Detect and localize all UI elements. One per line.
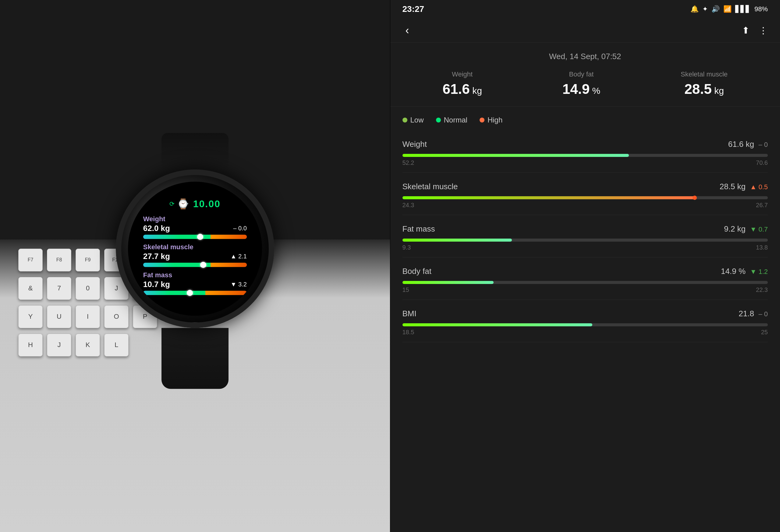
- key-amp: &: [18, 277, 43, 300]
- metric-delta-fat: ▼ 0.7: [750, 226, 768, 233]
- sound-icon: 🔊: [712, 5, 720, 13]
- summary-skeletal-value: 28.5 kg: [684, 81, 724, 97]
- metric-row-weight: Weight 61.6 kg – 0 52.2 70.6: [402, 131, 768, 173]
- watch-screen: ⟳ ⌚ 10.00 Weight 62.0 kg – 0.0: [128, 182, 262, 316]
- watch-metric-weight-title: Weight: [143, 215, 247, 223]
- metric-name-skeletal: Skeletal muscle: [402, 182, 458, 191]
- metric-row-fat: Fat mass 9.2 kg ▼ 0.7 9.3 13.8: [402, 215, 768, 257]
- metric-bar-bodyfat: [402, 281, 768, 284]
- metrics-list: Weight 61.6 kg – 0 52.2 70.6 Skeletal mu…: [390, 131, 780, 532]
- watch-display-time: ⌚ 10.00: [177, 198, 221, 210]
- back-button[interactable]: ‹: [402, 21, 412, 40]
- watch-body: ⟳ ⌚ 10.00 Weight 62.0 kg – 0.0: [116, 170, 274, 328]
- watch-band-top: [161, 133, 229, 170]
- summary-bodyfat-value: 14.9 %: [563, 81, 600, 97]
- key-0: 0: [76, 277, 100, 300]
- metric-bar-weight: [402, 154, 768, 157]
- metric-value-fat: 9.2 kg ▼ 0.7: [724, 224, 768, 234]
- watch-bar-fat: [143, 291, 247, 295]
- nav-actions: ⬆ ⋮: [742, 25, 768, 36]
- signal-icon: ▋▋▋: [735, 5, 751, 13]
- watch-metric-fat: Fat mass 10.7 kg ▼ 3.2: [143, 271, 247, 295]
- key-f9: F9: [76, 249, 100, 272]
- watch-metric-fat-title: Fat mass: [143, 271, 247, 279]
- metric-bar-fat: [402, 239, 768, 242]
- metric-bar-bmi: [402, 323, 768, 326]
- date-header: Wed, 14 Sept, 07:52: [390, 43, 780, 64]
- watch-metric-weight-value: 62.0 kg: [143, 224, 170, 233]
- battery-text: 98%: [754, 5, 768, 13]
- watch: ⟳ ⌚ 10.00 Weight 62.0 kg – 0.0: [116, 133, 274, 389]
- metric-value-bmi: 21.8 – 0: [739, 309, 768, 319]
- metric-row-bodyfat: Body fat 14.9 % ▼ 1.2 15 22.3: [402, 257, 768, 300]
- status-bar: 23:27 🔔 ✦ 🔊 📶 ▋▋▋ 98%: [390, 0, 780, 18]
- metric-name-bmi: BMI: [402, 309, 417, 319]
- watch-band-bottom: [161, 328, 229, 389]
- status-icons: 🔔 ✦ 🔊 📶 ▋▋▋ 98%: [690, 5, 768, 13]
- watch-bar-skeletal: [143, 263, 247, 267]
- right-panel: 23:27 🔔 ✦ 🔊 📶 ▋▋▋ 98% ‹ ⬆ ⋮ Wed, 14 Sept…: [390, 0, 780, 532]
- metric-label-low-skeletal: 24.3: [402, 202, 415, 209]
- legend-normal-label: Normal: [444, 116, 468, 124]
- metric-label-low-fat: 9.3: [402, 244, 411, 251]
- metric-bar-labels-bodyfat: 15 22.3: [402, 286, 768, 293]
- metric-name-bodyfat: Body fat: [402, 267, 431, 276]
- watch-metric-skeletal-value: 27.7 kg: [143, 252, 170, 261]
- alarm-icon: 🔔: [690, 5, 699, 13]
- metric-label-low-bodyfat: 15: [402, 286, 409, 293]
- share-button[interactable]: ⬆: [742, 25, 749, 36]
- metric-value-bodyfat: 14.9 % ▼ 1.2: [721, 267, 768, 276]
- metric-bar-labels-weight: 52.2 70.6: [402, 159, 768, 166]
- key-f8: F8: [47, 249, 71, 272]
- summary-skeletal: Skeletal muscle 28.5 kg: [681, 70, 728, 97]
- watch-top-bar: ⟳ ⌚ 10.00: [143, 198, 247, 210]
- metric-label-high-skeletal: 26.7: [756, 202, 768, 209]
- metric-row-bmi: BMI 21.8 – 0 18.5 25: [402, 300, 768, 342]
- summary-skeletal-label: Skeletal muscle: [681, 70, 728, 78]
- legend-normal-dot: [436, 117, 441, 123]
- legend-high: High: [480, 116, 502, 124]
- legend-low-dot: [402, 117, 407, 123]
- more-button[interactable]: ⋮: [759, 25, 768, 36]
- watch-metric-skeletal: Skeletal muscle 27.7 kg ▲ 2.1: [143, 243, 247, 267]
- metric-bar-skeletal: [402, 196, 768, 199]
- metric-delta-bodyfat: ▼ 1.2: [750, 268, 768, 276]
- metric-bar-labels-fat: 9.3 13.8: [402, 244, 768, 251]
- metric-label-low-weight: 52.2: [402, 159, 415, 166]
- key-f7: F7: [18, 249, 43, 272]
- legend-low: Low: [402, 116, 424, 124]
- metric-label-high-weight: 70.6: [756, 159, 768, 166]
- key-j2: J: [47, 334, 71, 356]
- nav-bar: ‹ ⬆ ⋮: [390, 18, 780, 43]
- bluetooth-icon: ✦: [702, 5, 708, 13]
- metric-delta-bmi: – 0: [759, 310, 768, 318]
- metric-delta-weight: – 0: [759, 141, 768, 148]
- legend-high-dot: [480, 117, 484, 123]
- metric-label-high-fat: 13.8: [756, 244, 768, 251]
- metric-delta-skeletal: ▲ 0.5: [750, 183, 768, 191]
- summary-weight-value: 61.6 kg: [442, 81, 482, 97]
- key-i: I: [76, 305, 100, 328]
- watch-metric-skeletal-delta: ▲ 2.1: [231, 253, 247, 260]
- metric-label-low-bmi: 18.5: [402, 329, 415, 336]
- watch-metric-weight: Weight 62.0 kg – 0.0: [143, 215, 247, 239]
- metric-value-skeletal: 28.5 kg ▲ 0.5: [720, 182, 768, 191]
- key-h: H: [18, 334, 43, 356]
- watch-sync-icon: ⟳: [169, 200, 175, 207]
- watch-metric-fat-value: 10.7 kg: [143, 280, 170, 289]
- watch-bar-weight: [143, 235, 247, 239]
- metric-name-fat: Fat mass: [402, 224, 435, 234]
- watch-metric-skeletal-title: Skeletal muscle: [143, 243, 247, 251]
- summary-bodyfat: Body fat 14.9 %: [563, 70, 600, 97]
- summary-bodyfat-label: Body fat: [569, 70, 594, 78]
- key-7: 7: [47, 277, 71, 300]
- metric-label-high-bodyfat: 22.3: [756, 286, 768, 293]
- status-time: 23:27: [402, 4, 425, 14]
- summary-weight: Weight 61.6 kg: [442, 70, 482, 97]
- watch-metric-fat-delta: ▼ 3.2: [231, 281, 247, 288]
- metric-value-weight: 61.6 kg – 0: [728, 140, 768, 149]
- left-panel: F7 F8 F9 F10 F11 F12 & 7 0 J ) Y U I O P…: [0, 0, 390, 532]
- legend-section: Low Normal High: [390, 107, 780, 131]
- metric-bar-labels-skeletal: 24.3 26.7: [402, 202, 768, 209]
- watch-metric-weight-delta: – 0.0: [233, 225, 246, 232]
